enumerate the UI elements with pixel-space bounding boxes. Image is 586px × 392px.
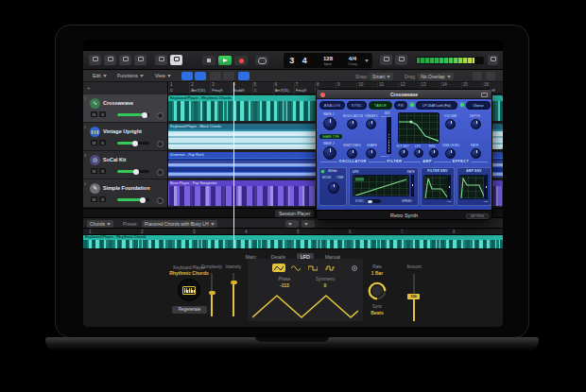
depth-knob[interactable] <box>471 119 481 129</box>
chords-dropdown[interactable]: Chords <box>87 220 113 228</box>
mixer-icon[interactable] <box>119 55 131 65</box>
complexity-slider[interactable] <box>211 273 213 316</box>
shape-type-button[interactable]: SHAPE TYPE <box>319 134 342 139</box>
volume-slider[interactable] <box>117 170 149 173</box>
lcd-chevron-icon[interactable] <box>365 60 369 62</box>
filter-env-display[interactable] <box>423 175 448 199</box>
track-name[interactable]: Vintage Upright <box>103 128 142 134</box>
tool-menu-icon[interactable] <box>170 55 182 65</box>
filter-power-icon[interactable] <box>410 103 414 107</box>
solo-button[interactable]: S <box>99 168 106 174</box>
amp-env-display[interactable] <box>459 175 485 199</box>
ruler-bar-cell[interactable]: 3 Fmaj9 <box>210 82 231 94</box>
sync-value[interactable]: Beats <box>365 310 389 315</box>
pan-knob[interactable] <box>157 112 164 119</box>
drag-menu[interactable]: Drag: No Overlap <box>405 73 454 80</box>
amount-slider[interactable]: 100 <box>413 274 415 321</box>
ruler-bar-cell[interactable]: 6 Am7(11) <box>273 82 294 94</box>
ruler-bar-cell[interactable]: 1 C <box>168 82 189 94</box>
engine-sync-button[interactable]: SYNC <box>347 101 367 110</box>
record-button[interactable] <box>234 56 248 65</box>
sine-level-knob[interactable] <box>445 148 456 159</box>
cycle-button[interactable] <box>255 56 268 65</box>
modulation-knob[interactable] <box>347 119 357 129</box>
ruler-bar-cell[interactable]: 5 C <box>252 82 273 94</box>
vibrato-knob[interactable] <box>366 119 376 129</box>
editor-region[interactable]: Keyboard Player - Rhythmic Chords <box>83 235 503 248</box>
track-name[interactable]: Simple Foundation <box>103 185 150 191</box>
amp-env-vel-slider[interactable] <box>485 175 488 199</box>
filter-display[interactable] <box>398 112 440 144</box>
volume-slider[interactable] <box>117 142 149 145</box>
ruler-corner-cell[interactable]: + <box>83 82 168 94</box>
track-name[interactable]: Crossweave <box>103 100 133 106</box>
rate-value[interactable]: 1 Bar <box>365 270 389 276</box>
edit-menu[interactable]: Edit <box>93 73 107 78</box>
ruler-bar-cell[interactable]: 7 Fmaj9 <box>294 82 315 94</box>
intensity-slider[interactable] <box>233 273 234 316</box>
glue-tool-icon[interactable] <box>223 72 234 80</box>
stop-button[interactable] <box>202 56 215 65</box>
pan-knob[interactable] <box>157 141 164 147</box>
glide-time-knob[interactable] <box>328 182 339 194</box>
engine-fm-button[interactable]: FM <box>394 101 407 110</box>
lfo-waveform-display[interactable] <box>252 291 358 319</box>
pointer-tool-icon[interactable] <box>238 72 250 80</box>
quick-help-icon[interactable] <box>89 55 101 65</box>
symmetry-value[interactable]: 0 <box>310 282 340 288</box>
editor-ruler[interactable]: 1 2 3 4 5 6 7 8 <box>83 229 503 235</box>
plugin-title-bar[interactable]: Crossweave <box>317 90 491 99</box>
plugin-link-icon[interactable] <box>481 93 488 97</box>
effect-power-icon[interactable] <box>460 103 464 107</box>
volume-slider[interactable] <box>117 198 149 201</box>
settings-button[interactable]: SETTINGS <box>466 213 489 219</box>
filter-env-vel-slider[interactable] <box>448 175 451 199</box>
mute-button[interactable]: M <box>91 168 97 174</box>
track-header-socal-kit[interactable]: 3 ◎ SoCal Kit M S <box>83 151 168 179</box>
list-editors-icon[interactable] <box>488 55 498 65</box>
solo-button[interactable]: S <box>99 111 106 117</box>
zoom-v-icon[interactable] <box>486 72 495 80</box>
count-in-icon[interactable] <box>395 55 407 65</box>
ruler-bar-cell[interactable]: 2 Am7(11) <box>189 82 210 94</box>
lfo-sync-switch[interactable] <box>367 199 381 203</box>
track-header-vintage-upright[interactable]: 2 Vintage Upright M S <box>83 123 168 151</box>
regenerate-button[interactable]: Regenerate <box>172 306 207 314</box>
filter-type-dropdown[interactable]: LP 24dB Lush (Fat) <box>416 101 457 110</box>
volume-knob[interactable] <box>445 119 456 129</box>
lfo-wave-random-button[interactable] <box>323 264 336 272</box>
filter-lfo-knob[interactable] <box>414 148 423 158</box>
shape-knob[interactable] <box>366 148 376 159</box>
flt-key-knob[interactable] <box>399 148 408 158</box>
engine-analog-button[interactable]: ANALOG <box>319 101 345 110</box>
zoom-h-icon[interactable] <box>473 72 482 80</box>
catch-playhead-icon[interactable] <box>181 72 193 80</box>
view-menu[interactable]: View <box>155 73 171 78</box>
lfo-wave-sine-button[interactable] <box>289 264 302 272</box>
mute-button[interactable]: M <box>91 111 97 117</box>
filter-env-knob[interactable] <box>429 148 439 158</box>
pan-knob[interactable] <box>157 169 164 176</box>
semitones-knob[interactable] <box>347 148 357 159</box>
snap-menu[interactable]: Snap: Smart <box>355 73 393 80</box>
editor-pointer-tool-icon[interactable] <box>285 220 299 228</box>
lfo-level-slider[interactable] <box>411 175 414 196</box>
link-mode-icon[interactable] <box>195 72 206 80</box>
inspector-icon[interactable] <box>104 55 116 65</box>
player-style-label[interactable]: Rhythmic Chords <box>161 270 217 276</box>
track-header-crossweave[interactable]: 1 ∿ Crossweave M S <box>83 94 168 123</box>
play-button[interactable] <box>218 56 232 65</box>
rate-knob[interactable] <box>367 281 388 301</box>
engine-table-button[interactable]: TABLE <box>369 101 392 110</box>
tab-session-player[interactable]: Session Player <box>275 210 314 217</box>
wave2-knob[interactable] <box>323 146 336 160</box>
playhead[interactable] <box>233 82 234 248</box>
replace-icon[interactable] <box>380 55 392 65</box>
track-name[interactable]: SoCal Kit <box>103 157 126 162</box>
mute-button[interactable]: M <box>91 196 97 202</box>
editor-pencil-tool-icon[interactable] <box>302 220 315 228</box>
lfo-display[interactable] <box>353 175 409 196</box>
retro-synth-window[interactable]: Crossweave ANALOG SYNC TABLE FM LP 24dB … <box>316 89 492 220</box>
keyboard-player-avatar[interactable] <box>178 279 200 301</box>
solo-button[interactable]: S <box>99 140 106 145</box>
